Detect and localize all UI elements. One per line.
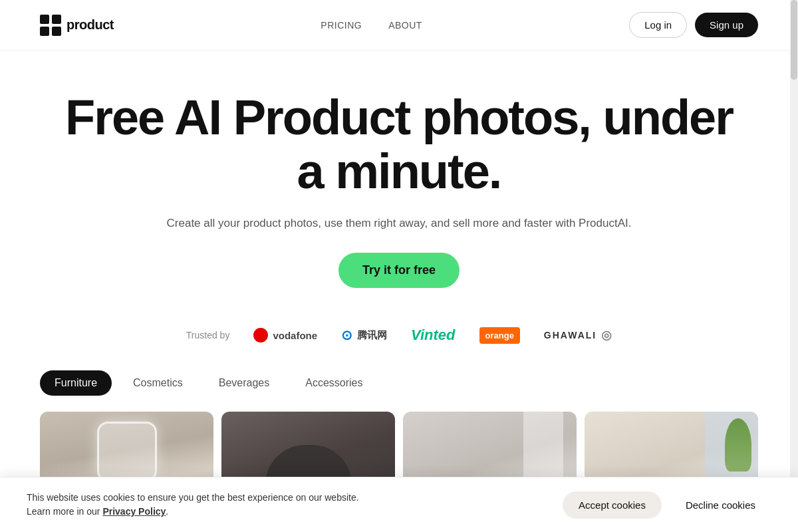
privacy-policy-link[interactable]: Privacy Policy (102, 506, 166, 517)
vodafone-brand: vodafone (253, 328, 317, 342)
navbar: product PRICING ABOUT Log in Sign up (0, 0, 798, 51)
trusted-section: Trusted by vodafone ⊙ 腾讯网 Vinted orange … (0, 308, 798, 362)
hero-section: Free AI Product photos, under a minute. … (0, 51, 798, 308)
nav-links: PRICING ABOUT (321, 20, 422, 31)
svg-rect-1 (52, 15, 61, 24)
cookie-text: This website uses cookies to ensure you … (27, 491, 359, 519)
cookie-learn-more: Learn more in our Privacy Policy. (27, 506, 168, 517)
cookie-main-text: This website uses cookies to ensure you … (27, 492, 359, 503)
accept-cookies-button[interactable]: Accept cookies (563, 491, 662, 519)
category-tabs: Furniture Cosmetics Beverages Accessorie… (0, 362, 798, 404)
svg-rect-2 (40, 27, 49, 36)
cookie-banner: This website uses cookies to ensure you … (0, 477, 798, 532)
tencent-brand: ⊙ 腾讯网 (341, 327, 387, 343)
hero-subtitle: Create all your product photos, use them… (53, 215, 745, 232)
hero-title: Free AI Product photos, under a minute. (53, 90, 745, 199)
scrollbar-thumb[interactable] (791, 0, 797, 80)
tencent-icon: ⊙ (341, 327, 352, 343)
trusted-label: Trusted by (186, 330, 230, 340)
nav-pricing[interactable]: PRICING (321, 20, 362, 31)
signup-button[interactable]: Sign up (695, 13, 758, 37)
cookie-actions: Accept cookies Decline cookies (563, 491, 771, 519)
decline-cookies-button[interactable]: Decline cookies (670, 491, 771, 519)
logo-text: product (66, 17, 114, 33)
orange-brand: orange (479, 327, 520, 344)
tab-accessories[interactable]: Accessories (291, 370, 377, 396)
svg-rect-3 (52, 27, 61, 36)
nav-actions: Log in Sign up (629, 12, 758, 38)
tencent-text: 腾讯网 (357, 329, 387, 342)
vinted-brand: Vinted (411, 327, 455, 344)
vodafone-text: vodafone (273, 330, 317, 341)
login-button[interactable]: Log in (629, 12, 687, 38)
vodafone-icon (253, 328, 268, 342)
tab-cosmetics[interactable]: Cosmetics (118, 370, 198, 396)
ghawali-text: GHAWALI (544, 330, 597, 340)
tab-furniture[interactable]: Furniture (40, 370, 112, 396)
ghawali-icon: ◎ (601, 328, 612, 342)
logo[interactable]: product (40, 15, 114, 36)
ghawali-brand: GHAWALI ◎ (544, 328, 612, 342)
orange-badge: orange (479, 327, 520, 344)
nav-about[interactable]: ABOUT (388, 20, 422, 31)
tab-beverages[interactable]: Beverages (204, 370, 285, 396)
scrollbar[interactable] (790, 0, 798, 532)
vinted-text: Vinted (411, 327, 455, 344)
svg-rect-0 (40, 15, 49, 24)
try-for-free-button[interactable]: Try it for free (338, 253, 460, 288)
logo-icon (40, 15, 61, 36)
